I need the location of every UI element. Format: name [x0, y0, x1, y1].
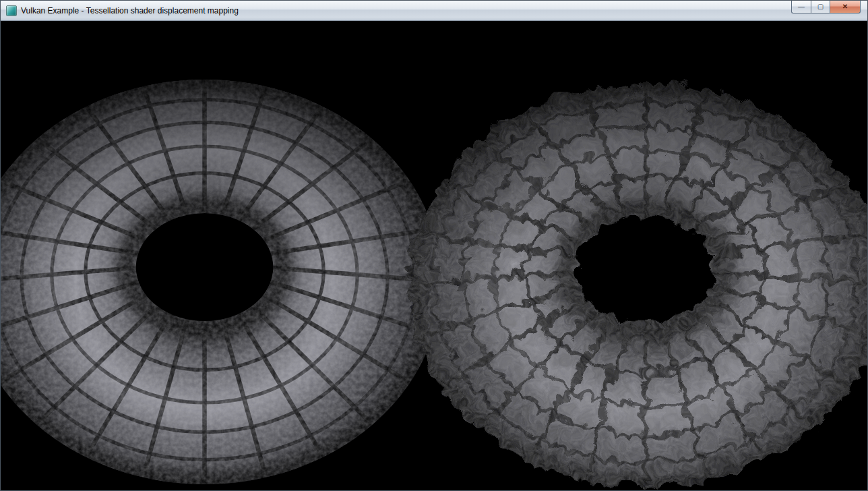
- vulkan-app-icon: [6, 5, 17, 16]
- maximize-button[interactable]: ▢: [811, 1, 830, 13]
- app-window: Vulkan Example - Tessellation shader dis…: [0, 0, 868, 491]
- window-controls: — ▢ ✕: [791, 1, 861, 13]
- close-button[interactable]: ✕: [830, 1, 861, 13]
- titlebar[interactable]: Vulkan Example - Tessellation shader dis…: [1, 1, 867, 21]
- minimize-button[interactable]: —: [791, 1, 811, 13]
- vulkan-scene: [1, 21, 867, 491]
- render-viewport[interactable]: [1, 21, 867, 491]
- window-title: Vulkan Example - Tessellation shader dis…: [21, 6, 239, 16]
